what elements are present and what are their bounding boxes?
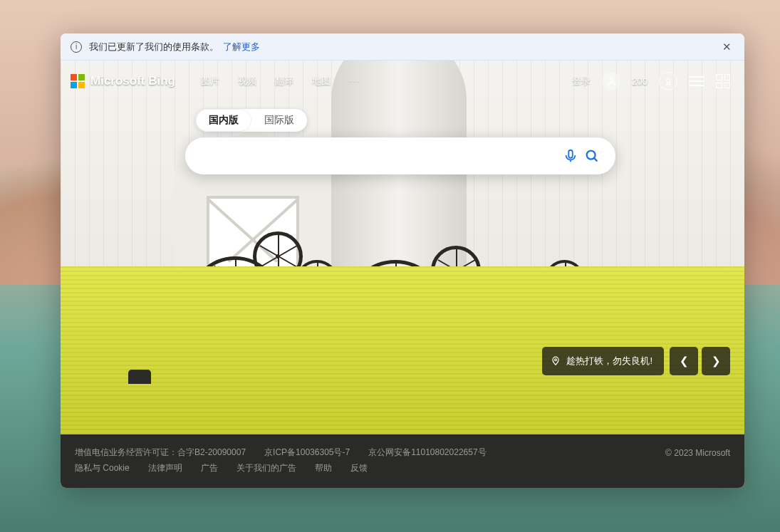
footer-help[interactable]: 帮助 [315, 462, 332, 474]
svg-point-1 [666, 78, 670, 82]
voice-search-icon[interactable] [560, 148, 581, 164]
nav-links: 图片 视频 翻译 地图 ··· [201, 75, 361, 88]
wallpaper-nav: ❮ ❯ [670, 347, 730, 375]
nav-more[interactable]: ··· [349, 75, 361, 88]
svg-point-5 [555, 359, 557, 361]
search-scope-toggle: 国内版 国际版 [196, 109, 307, 132]
nav-videos[interactable]: 视频 [238, 75, 256, 88]
footer-legal[interactable]: 法律声明 [148, 462, 182, 474]
notice-text: 我们已更新了我们的使用条款。 [89, 41, 219, 53]
location-icon [551, 356, 561, 366]
footer-privacy[interactable]: 隐私与 Cookie [75, 462, 130, 474]
logo-text: Microsoft Bing [90, 74, 175, 88]
caption-text: 趁热打铁，勿失良机! [566, 355, 652, 367]
next-image-button[interactable]: ❯ [702, 347, 730, 375]
terms-notice-bar: i 我们已更新了我们的使用条款。 了解更多 ✕ [61, 33, 744, 61]
nav-images[interactable]: 图片 [201, 75, 219, 88]
footer: 增值电信业务经营许可证：合字B2-20090007 京ICP备10036305号… [61, 434, 744, 488]
rewards-points[interactable]: 200 [632, 76, 648, 87]
info-icon: i [71, 41, 82, 53]
footer-license[interactable]: 增值电信业务经营许可证：合字B2-20090007 [75, 447, 246, 459]
hero-image-area: Microsoft Bing 图片 视频 翻译 地图 ··· 登录 200 [61, 61, 744, 434]
microsoft-logo-icon [71, 74, 85, 88]
svg-point-3 [587, 151, 596, 160]
search-input[interactable] [202, 150, 560, 162]
signin-link[interactable]: 登录 [572, 75, 591, 88]
svg-line-4 [594, 158, 597, 161]
rewards-icon[interactable] [659, 72, 677, 90]
footer-police[interactable]: 京公网安备11010802022657号 [368, 447, 486, 459]
top-nav: Microsoft Bing 图片 视频 翻译 地图 ··· 登录 200 [61, 61, 744, 102]
scope-domestic[interactable]: 国内版 [196, 109, 251, 132]
footer-ads[interactable]: 广告 [201, 462, 218, 474]
footer-feedback[interactable]: 反馈 [350, 462, 368, 474]
bottom-chip[interactable] [128, 370, 151, 384]
notice-close-button[interactable]: ✕ [719, 38, 734, 56]
hamburger-menu-icon[interactable] [689, 76, 704, 86]
nav-maps[interactable]: 地图 [312, 75, 331, 88]
browser-window: i 我们已更新了我们的使用条款。 了解更多 ✕ Microsoft Bing 图… [61, 33, 744, 488]
svg-point-0 [610, 78, 613, 81]
avatar-icon[interactable] [602, 72, 620, 90]
qr-code-icon[interactable] [716, 74, 730, 88]
image-caption-button[interactable]: 趁热打铁，勿失良机! [542, 347, 664, 375]
svg-rect-2 [568, 150, 573, 158]
notice-learn-more-link[interactable]: 了解更多 [223, 41, 260, 53]
prev-image-button[interactable]: ❮ [670, 347, 698, 375]
nav-translate[interactable]: 翻译 [275, 75, 293, 88]
footer-about-ads[interactable]: 关于我们的广告 [236, 462, 296, 474]
footer-icp[interactable]: 京ICP备10036305号-7 [264, 447, 350, 459]
bing-logo[interactable]: Microsoft Bing [71, 74, 175, 88]
search-bar [185, 137, 615, 174]
footer-copyright: © 2023 Microsoft [665, 448, 730, 458]
search-icon[interactable] [581, 148, 603, 164]
scope-international[interactable]: 国际版 [251, 109, 307, 132]
